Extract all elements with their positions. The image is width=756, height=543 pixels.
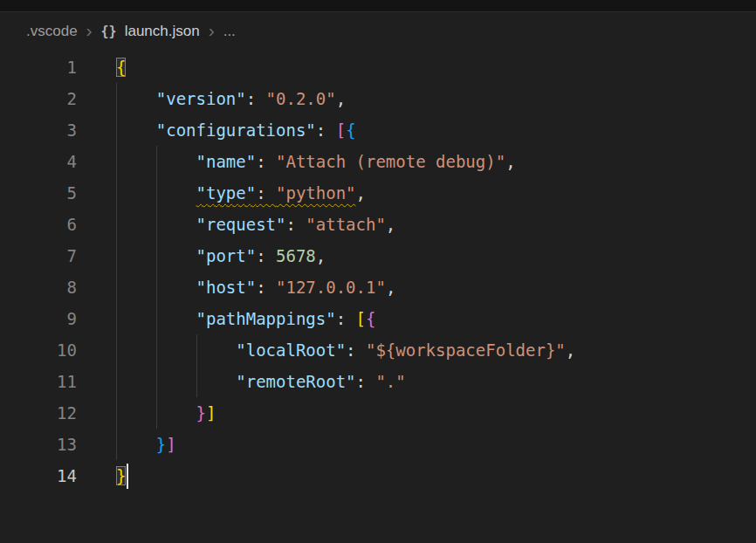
line-number[interactable]: 4 (0, 146, 77, 177)
code-token: , (386, 215, 395, 234)
indent-guide (116, 146, 156, 177)
code-token: , (566, 340, 575, 360)
code-text: }] (116, 397, 216, 429)
line-number[interactable]: 9 (0, 303, 77, 334)
code-token: "." (375, 372, 405, 391)
breadcrumb-file[interactable]: launch.json (125, 23, 200, 40)
code-token: : (356, 372, 376, 391)
indent-guide (156, 303, 196, 334)
line-number[interactable]: 8 (0, 272, 77, 303)
code-line[interactable]: 3"configurations": [{ (0, 114, 756, 146)
code-text: "version": "0.2.0", (116, 83, 346, 114)
code-token: [ (356, 309, 366, 328)
indent-guide (116, 303, 156, 334)
code-line[interactable]: 14} (0, 460, 756, 491)
indent-guide (116, 240, 156, 272)
line-number[interactable]: 13 (0, 429, 77, 460)
code-token: : (256, 278, 276, 297)
code-token: "request" (196, 215, 286, 234)
code-lines: 1{2"version": "0.2.0",3"configurations":… (0, 52, 756, 491)
line-number[interactable]: 6 (0, 209, 77, 240)
code-token: { (116, 58, 126, 77)
indent-guide (156, 209, 196, 240)
chevron-right-icon: › (86, 21, 93, 42)
code-token: "configurations" (156, 120, 316, 140)
code-line[interactable]: 5"type": "python", (0, 177, 756, 209)
code-token: : (256, 152, 276, 171)
text-cursor (127, 464, 128, 489)
code-token: , (336, 89, 346, 108)
breadcrumb: .vscode › {} launch.json › ... (0, 12, 756, 51)
code-token: [ (336, 120, 346, 140)
line-number[interactable]: 10 (0, 334, 77, 366)
code-line[interactable]: 13}] (0, 429, 756, 460)
code-token: "Attach (remote debug)" (276, 152, 505, 171)
code-line[interactable]: 10"localRoot": "${workspaceFolder}", (0, 334, 756, 366)
code-text: "pathMappings": [{ (116, 303, 375, 334)
line-number[interactable]: 12 (0, 397, 77, 429)
code-token: "attach" (306, 215, 386, 234)
code-token: "remoteRoot" (236, 372, 355, 391)
vscode-editor-window: .vscode › {} launch.json › ... 1{2"versi… (0, 0, 756, 543)
line-number[interactable]: 14 (0, 460, 77, 491)
code-token: , (356, 183, 366, 203)
json-braces-icon: {} (101, 24, 117, 39)
indent-guide (116, 209, 156, 240)
line-number[interactable]: 7 (0, 240, 77, 272)
code-token: : (246, 89, 266, 108)
code-editor[interactable]: 1{2"version": "0.2.0",3"configurations":… (0, 51, 756, 543)
indent-guide (196, 366, 237, 397)
code-token: 5678 (276, 246, 316, 265)
indent-guide (156, 240, 196, 272)
indent-guide (156, 177, 196, 209)
line-number[interactable]: 2 (0, 83, 77, 114)
code-line[interactable]: 2"version": "0.2.0", (0, 83, 756, 114)
line-number[interactable]: 1 (0, 52, 77, 83)
code-line[interactable]: 1{ (0, 52, 756, 83)
code-token: : (346, 340, 366, 360)
code-token: "python" (276, 183, 356, 203)
code-line[interactable]: 7"port": 5678, (0, 240, 756, 272)
code-token: } (196, 403, 206, 423)
code-token: ] (206, 403, 216, 423)
breadcrumb-symbol[interactable]: ... (223, 23, 236, 40)
code-token: "127.0.0.1" (276, 278, 386, 297)
indent-guide (116, 366, 156, 397)
chevron-right-icon: › (208, 21, 216, 42)
line-number[interactable]: 3 (0, 114, 77, 146)
code-token: : (336, 309, 356, 328)
code-token: , (505, 152, 515, 171)
code-text: "localRoot": "${workspaceFolder}", (116, 334, 575, 366)
code-token: } (156, 435, 166, 454)
code-token: "localRoot" (236, 340, 346, 360)
line-number[interactable]: 11 (0, 366, 77, 397)
indent-guide (196, 334, 237, 366)
code-text: "type": "python", (116, 177, 366, 209)
indent-guide (156, 272, 196, 303)
code-text: "configurations": [{ (116, 114, 356, 146)
indent-guide (116, 177, 156, 209)
code-line[interactable]: 4"name": "Attach (remote debug)", (0, 146, 756, 177)
code-line[interactable]: 6"request": "attach", (0, 209, 756, 240)
code-token: { (366, 309, 375, 328)
indent-guide (116, 429, 156, 460)
code-line[interactable]: 8"host": "127.0.0.1", (0, 272, 756, 303)
code-line[interactable]: 9"pathMappings": [{ (0, 303, 756, 334)
code-text: "name": "Attach (remote debug)", (116, 146, 516, 177)
code-text: "request": "attach", (116, 209, 395, 240)
code-token: , (386, 278, 395, 297)
code-token: } (116, 466, 126, 485)
code-text: "port": 5678, (116, 240, 326, 272)
code-token: "0.2.0" (266, 89, 336, 108)
code-line[interactable]: 12}] (0, 397, 756, 429)
breadcrumb-folder[interactable]: .vscode (26, 23, 78, 40)
code-token: "name" (196, 152, 257, 171)
code-line[interactable]: 11"remoteRoot": "." (0, 366, 756, 397)
code-token: : (256, 183, 276, 203)
indent-guide (156, 146, 196, 177)
code-token: : (285, 215, 306, 234)
line-number[interactable]: 5 (0, 177, 77, 209)
tab-bar-edge (0, 0, 756, 12)
code-token: "type" (196, 183, 257, 203)
code-token: "${workspaceFolder}" (366, 340, 566, 360)
